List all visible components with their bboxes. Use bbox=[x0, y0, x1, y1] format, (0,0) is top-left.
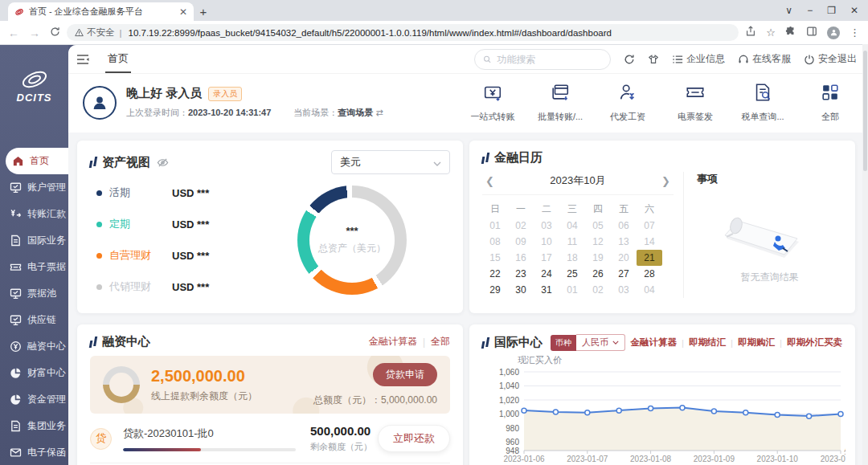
theme-skin-icon[interactable] bbox=[648, 54, 659, 65]
calendar-next-icon[interactable]: ❯ bbox=[654, 175, 670, 187]
new-tab-button[interactable]: + bbox=[194, 2, 213, 21]
calendar-day[interactable]: 22 bbox=[482, 266, 508, 282]
calendar-prev-icon[interactable]: ❮ bbox=[485, 175, 502, 187]
calendar-day[interactable]: 12 bbox=[585, 234, 611, 250]
calendar-day[interactable]: 16 bbox=[508, 250, 534, 266]
calendar-day[interactable]: 14 bbox=[637, 234, 662, 250]
calendar-day[interactable]: 03 bbox=[534, 218, 559, 234]
sidebar-item-0[interactable]: 首页 bbox=[6, 148, 68, 174]
user-avatar[interactable] bbox=[83, 86, 117, 120]
calendar-day[interactable]: 27 bbox=[611, 266, 637, 282]
window-restore-icon[interactable]: ❐ bbox=[827, 5, 836, 16]
link-0[interactable]: 金融计算器 bbox=[369, 335, 417, 349]
back-icon[interactable]: ← bbox=[8, 27, 19, 39]
loan-apply-button[interactable]: 贷款申请 bbox=[373, 363, 437, 386]
link-1[interactable]: 即期结汇 bbox=[689, 337, 726, 349]
calendar-day[interactable]: 01 bbox=[482, 218, 508, 234]
calendar-day[interactable]: 31 bbox=[534, 282, 559, 298]
quick-action-5[interactable]: 全部 bbox=[807, 82, 854, 123]
tab-home[interactable]: 首页 bbox=[105, 45, 131, 73]
calendar-day[interactable]: 17 bbox=[534, 250, 559, 266]
quick-action-1[interactable]: 批量转账/... bbox=[537, 82, 583, 123]
link-3[interactable]: 即期外汇买卖 bbox=[787, 337, 842, 349]
sidebar-item-8[interactable]: 财富中心 bbox=[0, 360, 68, 386]
currency-select[interactable]: 美元 bbox=[331, 150, 450, 174]
calendar-day[interactable]: 29 bbox=[482, 282, 508, 298]
calendar-day[interactable]: 13 bbox=[611, 234, 637, 250]
card-title-icon bbox=[481, 337, 489, 349]
calendar-day[interactable]: 19 bbox=[585, 250, 611, 266]
sidebar-item-9[interactable]: 资金管理 bbox=[0, 386, 68, 413]
sidebar-item-5[interactable]: 票据池 bbox=[0, 280, 68, 307]
currency-selected: 美元 bbox=[340, 155, 361, 169]
calendar-day[interactable]: 01 bbox=[559, 282, 585, 298]
sidebar-item-7[interactable]: 融资中心 bbox=[0, 333, 68, 360]
link-2[interactable]: 即期购汇 bbox=[738, 337, 775, 349]
calendar-day[interactable]: 28 bbox=[637, 266, 662, 282]
scene-switch-icon[interactable]: ⇄ bbox=[375, 108, 383, 117]
tab-close-icon[interactable]: ✕ bbox=[179, 6, 187, 18]
split-screen-icon[interactable] bbox=[806, 26, 817, 39]
reload-icon[interactable] bbox=[50, 27, 60, 39]
calendar-day[interactable]: 11 bbox=[559, 234, 585, 250]
calendar-day[interactable]: 04 bbox=[637, 282, 662, 298]
repay-now-button[interactable]: 立即还款 bbox=[378, 425, 450, 452]
calendar-day[interactable]: 30 bbox=[508, 282, 534, 298]
calendar-day[interactable]: 05 bbox=[585, 218, 611, 234]
profile-avatar-icon[interactable] bbox=[827, 27, 840, 39]
calendar-day[interactable]: 26 bbox=[585, 266, 611, 282]
calendar-day[interactable]: 02 bbox=[508, 218, 534, 234]
menu-fold-icon[interactable] bbox=[76, 54, 89, 65]
sidebar-item-6[interactable]: 供应链 bbox=[0, 307, 68, 333]
eye-off-icon[interactable] bbox=[157, 157, 169, 169]
calendar-day[interactable]: 10 bbox=[534, 234, 559, 250]
sidebar-item-10[interactable]: 集团业务 bbox=[0, 413, 68, 439]
calendar-day[interactable]: 20 bbox=[611, 250, 637, 266]
legend-row-1: 定期USD *** bbox=[96, 217, 249, 231]
calendar-day[interactable]: 25 bbox=[559, 266, 585, 282]
calendar-day[interactable]: 06 bbox=[611, 218, 637, 234]
calendar-day[interactable]: 03 bbox=[611, 282, 637, 298]
scrollbar-thumb[interactable] bbox=[863, 51, 867, 171]
link-0[interactable]: 金融计算器 bbox=[631, 337, 678, 349]
calendar-day[interactable]: 02 bbox=[585, 282, 611, 298]
bookmark-star-icon[interactable]: ☆ bbox=[766, 27, 776, 39]
calendar-day[interactable]: 18 bbox=[559, 250, 585, 266]
sidebar-item-4[interactable]: 电子票据 bbox=[0, 254, 68, 280]
sidebar-item-3[interactable]: 国际业务 bbox=[0, 227, 68, 254]
sidebar-item-2[interactable]: 转账汇款 bbox=[0, 201, 68, 227]
quick-action-4[interactable]: 税单查询... bbox=[739, 82, 786, 123]
calendar-day[interactable]: 23 bbox=[508, 266, 534, 282]
quick-action-3[interactable]: 电票签发 bbox=[672, 82, 719, 123]
link-1[interactable]: 全部 bbox=[431, 335, 450, 349]
topbar-link-2[interactable]: 安全退出 bbox=[804, 52, 857, 66]
qa-ticket-icon bbox=[685, 82, 706, 106]
chevron-down-icon[interactable]: ∨ bbox=[785, 5, 792, 16]
quick-action-0[interactable]: 一站式转账 bbox=[469, 82, 516, 123]
calendar-day[interactable]: 24 bbox=[534, 266, 559, 282]
window-close-icon[interactable]: ✕ bbox=[850, 5, 858, 16]
calendar-day[interactable]: 21 bbox=[637, 250, 662, 266]
calendar-day[interactable]: 07 bbox=[637, 218, 662, 234]
calendar-day[interactable]: 09 bbox=[508, 234, 534, 250]
window-minimize-icon[interactable]: − bbox=[807, 5, 813, 16]
share-icon[interactable] bbox=[745, 26, 756, 39]
extensions-icon[interactable] bbox=[785, 26, 796, 39]
intl-currency-select[interactable]: 人民币 bbox=[576, 334, 625, 351]
calendar-day[interactable]: 15 bbox=[482, 250, 508, 266]
sidebar-item-1[interactable]: 账户管理 bbox=[0, 174, 68, 201]
browser-tab[interactable]: 首页 - 企业综合金融服务平台 ✕ bbox=[8, 2, 194, 21]
topbar-link-1[interactable]: 在线客服 bbox=[738, 52, 791, 66]
function-search[interactable] bbox=[474, 49, 611, 70]
browser-menu-icon[interactable]: ⋮ bbox=[850, 27, 860, 39]
quick-action-2[interactable]: 代发工资 bbox=[604, 82, 651, 123]
calendar-day[interactable]: 04 bbox=[559, 218, 585, 234]
topbar-link-0[interactable]: 企业信息 bbox=[672, 52, 725, 66]
legend-dot bbox=[96, 284, 102, 290]
address-bar[interactable]: 不安全 | 10.7.19.22:8999/fpaas_bucket/94154… bbox=[67, 24, 739, 41]
search-input[interactable] bbox=[495, 53, 602, 66]
refresh-icon[interactable] bbox=[624, 54, 635, 65]
sidebar-item-11[interactable]: 电子保函 bbox=[0, 439, 68, 465]
calendar-day[interactable]: 08 bbox=[482, 234, 508, 250]
forward-icon[interactable]: → bbox=[29, 27, 40, 39]
